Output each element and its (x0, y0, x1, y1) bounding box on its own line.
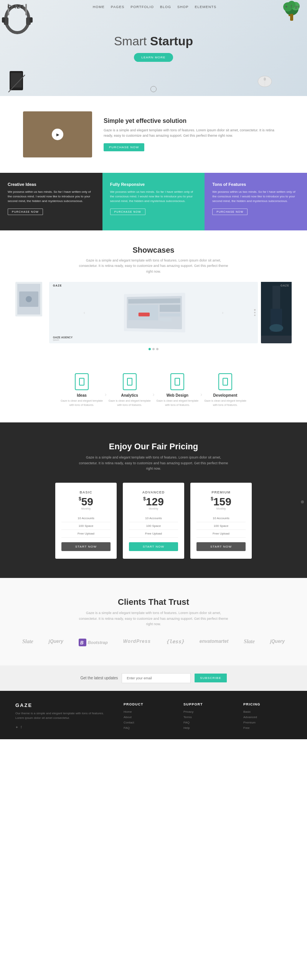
footer-pricing-link-1[interactable]: Advanced (243, 715, 292, 719)
feature-creative-ideas: Creative Ideas We possess within us two … (0, 173, 102, 230)
advanced-feat-2: Free Upload (129, 530, 178, 538)
footer-pricing-col: Pricing Basic Advanced Premium Free (243, 702, 292, 732)
footer-product-link-3[interactable]: FAQ (124, 726, 172, 730)
premium-cta-button[interactable]: START NOW (196, 542, 246, 551)
webdesign-title: Web Design (154, 393, 200, 397)
clients-description: Gaze is a simple and elegant template wi… (77, 610, 230, 627)
footer-grid: GAZE Our theme is a simple and elegant t… (15, 702, 292, 732)
showcases-heading: Showcases (15, 246, 292, 255)
solution-text: Simple yet effective solution Gaze is a … (104, 118, 284, 152)
svg-text:B: B (80, 640, 84, 646)
footer-pricing-link-3[interactable]: Free (243, 726, 292, 730)
footer-pricing-link-2[interactable]: Premium (243, 721, 292, 724)
social-google-icon[interactable]: g+ (295, 5, 299, 9)
feature-2-desc: We possess within us two minds. So far I… (110, 190, 197, 204)
nav-social: ✦ f g+ (285, 5, 299, 9)
social-facebook-icon[interactable]: f (291, 5, 292, 9)
svg-rect-28 (160, 313, 180, 316)
nav-pages[interactable]: PAGES (111, 5, 124, 9)
ideas-desc: Gaze is clean and elegant template with … (59, 399, 105, 407)
footer-support-link-3[interactable]: Help (183, 726, 232, 730)
tablet-decoration (8, 69, 27, 96)
development-icon (218, 373, 232, 390)
solution-description: Gaze is a simple and elegant template wi… (104, 127, 284, 139)
play-button[interactable] (52, 129, 63, 140)
client-logo-jquery2: jQuery (270, 639, 285, 646)
slider-next-arrow[interactable]: › (222, 311, 223, 315)
svg-rect-12 (289, 15, 291, 16)
hero-cta-button[interactable]: LEARN MORE (134, 53, 173, 62)
footer-pricing-link-0[interactable]: Basic (243, 710, 292, 713)
slider-prev-arrow[interactable]: ‹ (84, 311, 85, 315)
footer-product-link-1[interactable]: About (124, 715, 172, 719)
premium-feat-2: Free Upload (196, 530, 246, 538)
svg-rect-6 (30, 17, 33, 23)
process-ideas: Ideas Gaze is clean and elegant template… (59, 373, 105, 407)
nav-home[interactable]: HOME (93, 5, 105, 9)
newsletter-email-input[interactable] (122, 673, 191, 683)
development-title: Development (202, 393, 248, 397)
showcase-slider: GAZE GAZE AGENCY Ipsum (15, 282, 292, 343)
footer-support-link-1[interactable]: Terms (183, 715, 232, 719)
webdesign-icon (170, 373, 184, 390)
basic-tier: Basic (61, 490, 111, 494)
footer-facebook-icon[interactable]: f (21, 725, 22, 729)
nav-portfolio[interactable]: PORTFOLIO (130, 5, 154, 9)
footer-product-link-0[interactable]: Home (124, 710, 172, 713)
client-logo-slate2: Slate (244, 639, 255, 646)
pricing-section: Enjoy Our Fair Pricing Gaze is a simple … (0, 422, 307, 578)
feature-3-title: Tons of Features (212, 182, 299, 187)
pricing-heading: Enjoy Our Fair Pricing (15, 442, 292, 452)
footer-product-col: Product Home About Contact FAQ (124, 702, 172, 732)
newsletter-subscribe-button[interactable]: SUBSCRIBE (195, 674, 226, 682)
process-analytics: Analytics Gaze is clean and elegant temp… (107, 373, 153, 407)
dot-3[interactable] (156, 348, 158, 350)
footer-brand-name: GAZE (15, 702, 112, 708)
client-logo-less: {less} (166, 639, 184, 646)
social-twitter-icon[interactable]: ✦ (285, 5, 288, 9)
solution-cta-button[interactable]: PURCHASE NOW (104, 143, 144, 151)
svg-rect-25 (128, 298, 180, 304)
analytics-icon-inner (127, 378, 132, 386)
advanced-cta-button[interactable]: START NOW (129, 542, 178, 551)
footer-product-link-2[interactable]: Contact (124, 721, 172, 724)
feature-1-title: Creative Ideas (8, 182, 95, 187)
footer-support-link-0[interactable]: Privacy (183, 710, 232, 713)
premium-feat-0: 10 Accounts (196, 515, 246, 522)
feature-1-btn[interactable]: PURCHASE NOW (8, 209, 43, 215)
advanced-price: $129 (129, 497, 178, 507)
newsletter-section: Get the latest updates SUBSCRIBE (0, 665, 307, 691)
nav-links: HOME PAGES PORTFOLIO BLOG SHOP ELEMENTS (93, 5, 216, 9)
nav-logo: GAZE (8, 4, 25, 10)
development-icon-inner (223, 378, 228, 386)
footer-twitter-icon[interactable]: ✦ (15, 725, 18, 729)
basic-cta-button[interactable]: START NOW (61, 542, 111, 551)
feature-2-btn[interactable]: PURCHASE NOW (110, 209, 145, 215)
ideas-icon-inner (79, 378, 84, 386)
footer-pricing-heading: Pricing (243, 702, 292, 706)
footer-support-link-2[interactable]: FAQ (183, 721, 232, 724)
showcase-caption-sub: Ipsum (53, 339, 73, 341)
showcases-description: Gaze is a simple and elegant template wi… (77, 258, 230, 274)
showcase-caption-title: GAZE AGENCY (53, 336, 73, 339)
nav-elements[interactable]: ELEMENTS (195, 5, 217, 9)
ideas-title: Ideas (59, 393, 105, 397)
solution-video[interactable] (23, 111, 92, 157)
feature-3-btn[interactable]: PURCHASE NOW (212, 209, 248, 215)
client-logo-bootstrap: B Bootstrap (79, 639, 108, 646)
showcase-left-thumb[interactable] (15, 282, 46, 343)
nav-shop[interactable]: SHOP (177, 5, 189, 9)
dot-1[interactable] (149, 348, 151, 350)
svg-rect-27 (160, 305, 180, 312)
footer-brand-col: GAZE Our theme is a simple and elegant t… (15, 702, 112, 732)
svg-point-22 (26, 296, 32, 302)
hero-title: Smart Startup (114, 34, 193, 48)
clients-logos-grid: Slate jQuery B Bootstrap WordPress {less… (15, 639, 292, 646)
nav-blog[interactable]: BLOG (160, 5, 171, 9)
mouse-decoration (253, 73, 276, 88)
showcases-section: Showcases Gaze is a simple and elegant t… (0, 230, 307, 358)
webdesign-desc: Gaze is clean and elegant template with … (154, 399, 200, 407)
dot-2[interactable] (152, 348, 155, 350)
advanced-period: Monthly (129, 507, 178, 510)
showcase-label: GAZE (53, 284, 62, 287)
